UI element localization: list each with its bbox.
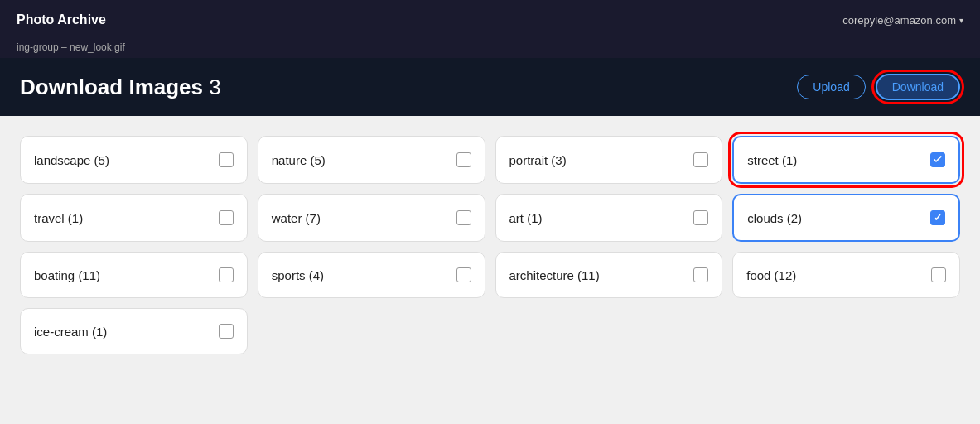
breadcrumb: ing-group – new_look.gif: [0, 40, 980, 58]
category-label: street (1): [747, 153, 797, 167]
category-label: travel (1): [34, 211, 83, 225]
app-brand: Photo Archive: [17, 12, 106, 27]
category-label: sports (4): [272, 268, 324, 282]
category-checkbox[interactable]: [219, 210, 234, 225]
category-item[interactable]: boating (11): [20, 252, 248, 298]
category-item[interactable]: portrait (3): [495, 136, 723, 184]
category-checkbox[interactable]: [931, 267, 946, 282]
category-grid: landscape (5)nature (5)portrait (3)stree…: [20, 136, 960, 354]
category-label: clouds (2): [747, 211, 802, 225]
category-label: art (1): [509, 211, 543, 225]
category-checkbox[interactable]: [693, 267, 708, 282]
category-checkbox[interactable]: [693, 210, 708, 225]
category-checkbox[interactable]: [219, 267, 234, 282]
category-checkbox[interactable]: [219, 324, 234, 339]
category-item[interactable]: street (1): [732, 136, 960, 184]
category-checkbox[interactable]: [456, 210, 471, 225]
category-item[interactable]: water (7): [258, 194, 485, 242]
category-item[interactable]: travel (1): [20, 194, 248, 242]
category-item[interactable]: sports (4): [258, 252, 485, 298]
download-button[interactable]: Download: [876, 74, 960, 100]
category-label: architecture (11): [509, 268, 600, 282]
upload-button[interactable]: Upload: [797, 75, 865, 99]
category-item[interactable]: clouds (2): [732, 194, 960, 242]
page-header: Download Images 3 Upload Download: [0, 58, 980, 116]
category-item[interactable]: nature (5): [258, 136, 485, 184]
user-menu[interactable]: corepyle@amazon.com ▾: [842, 14, 963, 26]
chevron-down-icon: ▾: [959, 16, 963, 25]
category-item[interactable]: ice-cream (1): [20, 308, 248, 354]
category-item[interactable]: food (12): [732, 252, 960, 298]
user-email: corepyle@amazon.com: [842, 14, 956, 26]
category-label: landscape (5): [34, 153, 109, 167]
category-label: nature (5): [272, 153, 326, 167]
category-item[interactable]: art (1): [495, 194, 723, 242]
category-label: portrait (3): [509, 153, 567, 167]
category-checkbox[interactable]: [693, 152, 708, 167]
category-checkbox[interactable]: [219, 152, 234, 167]
category-item[interactable]: architecture (11): [495, 252, 723, 298]
main-content: landscape (5)nature (5)portrait (3)stree…: [0, 116, 980, 424]
category-label: boating (11): [34, 268, 100, 282]
navbar: Photo Archive corepyle@amazon.com ▾: [0, 0, 980, 40]
header-actions: Upload Download: [797, 74, 960, 100]
category-item[interactable]: landscape (5): [20, 136, 248, 184]
page-title: Download Images 3: [20, 75, 221, 100]
category-checkbox[interactable]: [930, 210, 945, 225]
category-label: water (7): [272, 211, 321, 225]
category-checkbox[interactable]: [930, 152, 945, 167]
category-checkbox[interactable]: [456, 152, 471, 167]
category-label: food (12): [746, 268, 796, 282]
category-checkbox[interactable]: [456, 267, 471, 282]
category-label: ice-cream (1): [34, 325, 107, 339]
